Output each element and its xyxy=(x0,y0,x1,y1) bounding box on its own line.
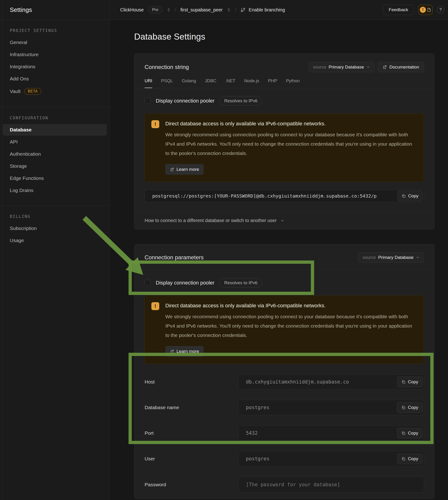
copy-database-name-button[interactable]: Copy xyxy=(397,402,423,413)
chevron-down-icon xyxy=(416,256,420,259)
learn-more-button[interactable]: Learn more xyxy=(165,164,204,175)
alert-icon: ! xyxy=(151,302,159,310)
breadcrumb-separator: / xyxy=(175,7,176,13)
user-input[interactable]: postgres Copy xyxy=(238,451,424,467)
pooler-label: Display connection pooler xyxy=(156,98,214,104)
sidebar-item-usage[interactable]: Usage xyxy=(3,235,107,246)
panel-title-connection-string: Connection string xyxy=(144,64,189,70)
sidebar-item-api[interactable]: API xyxy=(3,136,107,148)
password-input[interactable]: [The password for your database] xyxy=(238,477,424,493)
sidebar-item-integrations[interactable]: Integrations xyxy=(3,61,107,72)
external-link-icon xyxy=(170,167,174,171)
copy-icon xyxy=(401,457,405,461)
password-field-row: Password [The password for your database… xyxy=(144,477,424,493)
copy-icon xyxy=(401,380,405,384)
tab-php[interactable]: PHP xyxy=(268,78,277,88)
tab-uri[interactable]: URI xyxy=(144,78,152,88)
copy-icon xyxy=(401,406,405,410)
page-title: Database Settings xyxy=(134,32,435,42)
enable-branching-button[interactable]: Enable branching xyxy=(240,7,285,13)
panel-title-connection-parameters: Connection parameters xyxy=(144,254,204,261)
connect-different-database-toggle[interactable]: How to connect to a different database o… xyxy=(134,212,434,229)
sidebar-header: Settings xyxy=(0,0,110,20)
section-header-billing: BILLING xyxy=(10,214,107,219)
sidebar-item-vault[interactable]: Vault BETA xyxy=(3,85,107,98)
alert-badge: ! xyxy=(420,7,426,13)
warning-body: We strongly recommend using connection p… xyxy=(165,130,412,158)
sidebar-item-log-drains[interactable]: Log Drains xyxy=(3,184,107,196)
copy-icon xyxy=(401,431,405,435)
host-input[interactable]: db.cxhygiuitamxhniiddjm.supabase.co Copy xyxy=(238,374,424,390)
git-branch-icon xyxy=(240,7,245,12)
notifications-button[interactable]: ! xyxy=(418,5,433,15)
org-breadcrumb[interactable]: ClickHouse xyxy=(120,7,144,13)
resolves-ipv6-badge: Resolves to IPv6 xyxy=(220,278,262,287)
content-area: Database Settings Connection string sour… xyxy=(110,20,448,500)
sidebar-item-edge-functions[interactable]: Edge Functions xyxy=(3,172,107,184)
section-header-configuration: CONFIGURATION xyxy=(10,116,107,120)
database-name-field-row: Database name postgres Copy xyxy=(144,400,424,415)
tab-golang[interactable]: Golang xyxy=(182,78,196,88)
sidebar-item-subscription[interactable]: Subscription xyxy=(3,222,107,234)
user-field-row: User postgres Copy xyxy=(144,451,424,467)
sidebar-item-database[interactable]: Database xyxy=(3,124,107,136)
copy-host-button[interactable]: Copy xyxy=(397,377,423,387)
top-bar: ClickHouse Pro / first_supabase_peer / E… xyxy=(110,0,448,20)
database-name-input[interactable]: postgres Copy xyxy=(238,400,424,415)
port-field-row: Port 5432 Copy xyxy=(144,425,424,441)
section-header-project-settings: PROJECT SETTINGS xyxy=(10,28,107,33)
sidebar-item-infrastructure[interactable]: Infrastructure xyxy=(3,49,107,60)
resolves-ipv6-badge: Resolves to IPv6 xyxy=(220,96,262,106)
chevrons-up-down-icon[interactable] xyxy=(167,8,171,12)
documentation-button[interactable]: Documentation xyxy=(378,62,424,72)
settings-sidebar: Settings PROJECT SETTINGS General Infras… xyxy=(0,0,110,500)
display-pooler-checkbox[interactable] xyxy=(144,98,151,104)
ipv6-warning-callout: ! Direct database access is only availab… xyxy=(144,295,424,364)
tab-dotnet[interactable]: .NET xyxy=(225,78,235,88)
plan-badge: Pro xyxy=(148,6,162,14)
tab-nodejs[interactable]: Node.js xyxy=(244,78,259,88)
learn-more-button[interactable]: Learn more xyxy=(165,346,204,357)
project-breadcrumb[interactable]: first_supabase_peer xyxy=(180,7,223,13)
source-select-parameters[interactable]: source Primary Database xyxy=(358,252,424,263)
port-input[interactable]: 5432 Copy xyxy=(238,425,424,441)
chevron-down-icon xyxy=(366,65,370,69)
connection-type-tabs: URI PSQL Golang JDBC .NET Node.js PHP Py… xyxy=(144,78,424,88)
copy-connection-string-button[interactable]: Copy xyxy=(397,191,423,201)
external-link-icon xyxy=(170,350,174,353)
connection-string-panel: Connection string source Primary Databas… xyxy=(134,53,434,230)
app-window: Settings PROJECT SETTINGS General Infras… xyxy=(0,0,448,500)
warning-body: We strongly recommend using connection p… xyxy=(165,312,412,340)
sidebar-nav: PROJECT SETTINGS General Infrastructure … xyxy=(0,20,110,256)
breadcrumb-separator: / xyxy=(235,7,236,13)
field-label: Database name xyxy=(144,405,238,410)
settings-title: Settings xyxy=(10,6,32,14)
connection-parameters-panel: Connection parameters source Primary Dat… xyxy=(134,244,434,499)
source-select[interactable]: source Primary Database xyxy=(308,62,374,72)
sidebar-item-authentication[interactable]: Authentication xyxy=(3,148,107,160)
copy-port-button[interactable]: Copy xyxy=(397,428,423,438)
warning-title: Direct database access is only available… xyxy=(165,303,412,309)
copy-icon xyxy=(402,194,406,198)
ipv6-warning-callout: ! Direct database access is only availab… xyxy=(144,114,424,182)
copy-user-button[interactable]: Copy xyxy=(397,453,423,464)
chevrons-up-down-icon[interactable] xyxy=(227,8,231,12)
file-icon xyxy=(427,8,431,12)
sidebar-item-storage[interactable]: Storage xyxy=(3,160,107,172)
field-label: Port xyxy=(144,430,238,436)
connection-string-value[interactable]: postgresql://postgres:[YOUR-PASSWORD]@db… xyxy=(144,190,424,202)
alert-icon: ! xyxy=(151,120,159,128)
tab-python[interactable]: Python xyxy=(286,78,300,88)
sidebar-item-add-ons[interactable]: Add Ons xyxy=(3,73,107,84)
field-label: User xyxy=(144,456,238,462)
tab-psql[interactable]: PSQL xyxy=(161,78,173,88)
sidebar-item-general[interactable]: General xyxy=(3,37,107,48)
display-pooler-checkbox-parameters[interactable] xyxy=(144,280,151,286)
tab-jdbc[interactable]: JDBC xyxy=(205,78,217,88)
field-label: Host xyxy=(144,379,238,385)
feedback-button[interactable]: Feedback xyxy=(383,5,414,15)
pooler-label: Display connection pooler xyxy=(156,280,214,286)
help-button[interactable]: ? xyxy=(437,6,444,14)
chevron-down-icon xyxy=(280,218,285,223)
beta-badge: BETA xyxy=(24,88,41,95)
